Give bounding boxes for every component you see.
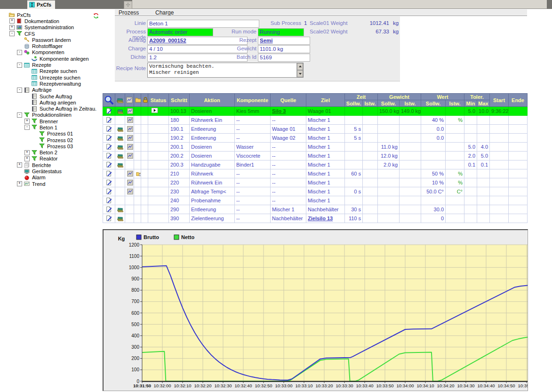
refresh-icon[interactable]	[92, 12, 100, 19]
tree-item-trend[interactable]: +Trend	[1, 181, 102, 187]
tree-expander[interactable]: -	[17, 112, 22, 118]
tree-expander[interactable]: +	[24, 150, 30, 155]
run-mode-field[interactable]: Running	[258, 28, 304, 36]
step-row-290[interactable]: 290Entleerung--Mischer 1Nachbehälter30 s…	[103, 205, 528, 214]
tree-item-brenner[interactable]: +Brenner	[1, 118, 102, 124]
search-icon[interactable]	[103, 94, 115, 107]
step-chart-icon[interactable]	[127, 117, 132, 123]
step-chart-icon[interactable]	[127, 179, 132, 186]
step-report-icon[interactable]	[117, 215, 123, 222]
tree-item-reaktor[interactable]: +Reaktor	[1, 156, 102, 162]
linie-field[interactable]: Beton 1	[147, 20, 259, 28]
tree-item-beton-1[interactable]: -Beton 1	[1, 124, 102, 130]
tree-expander[interactable]: -	[9, 31, 15, 36]
step-row-390[interactable]: 390Zielentleerung--NachbehälterZielsilo …	[103, 214, 528, 223]
tab-pxcfs[interactable]: PxCfs	[27, 0, 55, 9]
step-row-200.1[interactable]: 200.1DosierenWasser--Mischer 111.0 kg5.0…	[103, 143, 528, 152]
step-report-icon[interactable]	[117, 206, 123, 213]
step-row-190.2[interactable]: 190.2Entleerung--Waage 02Mischer 15 s0.0	[103, 134, 528, 143]
tree-item-alarm[interactable]: Alarm	[1, 175, 102, 181]
step-row-180[interactable]: 180Rührwerk Ein----Mischer 140 %%	[103, 116, 528, 125]
step-row-240[interactable]: 240Probenahme----Mischer 1	[103, 196, 528, 205]
step-detail-icon[interactable]	[104, 126, 113, 132]
tree-item-dokumentation[interactable]: +Dokumentation	[1, 18, 102, 24]
tree-item-rezeptverwaltung[interactable]: Rezeptverwaltung	[1, 80, 102, 87]
step-detail-icon[interactable]	[104, 188, 113, 195]
step-detail-icon[interactable]	[104, 206, 113, 213]
step-detail-icon[interactable]	[104, 215, 113, 222]
auftrag-link[interactable]: A2009_000152	[149, 38, 186, 43]
tree-expander[interactable]: -	[17, 88, 22, 93]
tree-item-gerätestatus[interactable]: Gerätestatus	[1, 168, 102, 174]
step-detail-icon[interactable]	[104, 108, 113, 114]
recipe-note-field[interactable]: Vormischung beachten. Mischer reinigen	[147, 63, 304, 78]
tree-expander[interactable]: +	[9, 18, 15, 24]
step-report-icon[interactable]	[117, 144, 123, 150]
scroll-down-button[interactable]	[297, 70, 303, 77]
tree-expander[interactable]: -	[24, 125, 30, 130]
tree-item-pxcfs[interactable]: PxCfs	[1, 12, 102, 18]
tree-expander[interactable]: -	[17, 50, 22, 55]
step-chart-icon[interactable]	[127, 144, 132, 150]
tree-item-beton-2[interactable]: +Beton 2	[1, 150, 102, 156]
step-row-220[interactable]: 220Rührwerk Ein----Mischer 110 %%	[103, 178, 528, 187]
process-mode-field[interactable]: Automatic order	[147, 28, 213, 36]
tree-item-suche-auftrag[interactable]: Suche Auftrag	[1, 93, 102, 99]
step-detail-icon[interactable]	[104, 179, 113, 186]
tree-item-prozess-02[interactable]: Prozess 02	[1, 137, 102, 143]
step-row-190.1[interactable]: 190.1Entleerung--Waage 01Mischer 15 s0.0	[103, 125, 528, 134]
tree-item-prozess-01[interactable]: Prozess 01	[1, 131, 102, 137]
rezept-link[interactable]: Semi	[260, 38, 273, 43]
step-report-icon[interactable]	[117, 135, 123, 141]
tree-item-aufträge[interactable]: -Aufträge	[1, 87, 102, 93]
tree-expander[interactable]: +	[24, 156, 30, 161]
tree-item-suche-auftrag-in-zeitrau-[interactable]: Suche Auftrag in Zeitrau.	[1, 105, 102, 112]
step-row-100.13[interactable]: 100.13DosierenKies 5mmSilo 3Waage 01150.…	[103, 107, 528, 116]
tree-item-produktionslinien[interactable]: -Produktionslinien	[1, 112, 102, 118]
tree-item-auftrag-anlegen[interactable]: Auftrag anlegen	[1, 99, 102, 105]
step-detail-icon[interactable]	[104, 135, 113, 141]
tree-expander[interactable]: +	[17, 162, 22, 168]
tree-expander[interactable]: +	[17, 181, 22, 186]
step-chart-icon[interactable]	[127, 152, 132, 159]
tree-item-rezepte[interactable]: -Rezepte	[1, 62, 102, 68]
menu-charge[interactable]: Charge	[155, 9, 174, 16]
step-report-icon[interactable]	[117, 161, 123, 168]
tree-item-rezepte-suchen[interactable]: Rezepte suchen	[1, 68, 102, 74]
link-zielsilo-13[interactable]: Zielsilo 13	[308, 216, 333, 221]
tree-item-rohstofflager[interactable]: Rohstofflager	[1, 43, 102, 49]
step-detail-icon[interactable]	[104, 144, 113, 150]
tree-item-prozess-03[interactable]: Prozess 03	[1, 143, 102, 149]
tree-item-cfs[interactable]: -CFS	[1, 31, 102, 37]
dock-move-button[interactable]	[124, 1, 132, 9]
step-row-200.2[interactable]: 200.2DosierenViscocrete--Mischer 112.0 k…	[103, 152, 528, 160]
tree-item-urrezepte-suchen[interactable]: Urrezepte suchen	[1, 74, 102, 80]
step-detail-icon[interactable]	[104, 197, 113, 204]
link-silo-3[interactable]: Silo 3	[272, 108, 286, 114]
batch-id-field[interactable]: 5169	[258, 54, 310, 62]
step-report-icon[interactable]	[117, 126, 123, 132]
step-detail-icon[interactable]	[104, 117, 113, 123]
step-report-icon[interactable]	[117, 108, 123, 114]
tree-item-systemadministration[interactable]: +Systemadministration	[1, 24, 102, 31]
step-chart-icon[interactable]	[127, 126, 132, 132]
scroll-up-button[interactable]	[297, 63, 303, 70]
step-folder-icon[interactable]	[136, 170, 139, 177]
step-chart-icon[interactable]	[127, 170, 132, 177]
tree-item-berichte[interactable]: +Berichte	[1, 162, 102, 168]
tree-item-komponente-anlegen[interactable]: Komponente anlegen	[1, 56, 102, 62]
step-detail-icon[interactable]	[104, 170, 113, 177]
step-row-210[interactable]: 210Rührwerk----Mischer 160 s50 %%	[103, 169, 528, 178]
tree-expander[interactable]: +	[24, 119, 30, 124]
tree-expander[interactable]: -	[17, 63, 22, 68]
tree-item-komponenten[interactable]: -Komponenten	[1, 49, 102, 56]
tree-expander[interactable]: +	[9, 25, 15, 30]
step-detail-icon[interactable]	[104, 161, 113, 168]
tree-item-passwort-ändern[interactable]: Passwort ändern	[1, 37, 102, 43]
step-detail-icon[interactable]	[104, 152, 113, 159]
step-report-icon[interactable]	[117, 152, 123, 159]
step-row-200.3[interactable]: 200.3HandzugabeBinder1--Mischer 12.0 kg0…	[103, 160, 528, 169]
gewicht-field[interactable]: 1101.0 kg	[258, 45, 310, 53]
menu-prozess[interactable]: Prozess	[119, 9, 139, 16]
step-row-230[interactable]: 230Abfrage Temp<----Mischer 10 s50.0 C°C…	[103, 187, 528, 196]
